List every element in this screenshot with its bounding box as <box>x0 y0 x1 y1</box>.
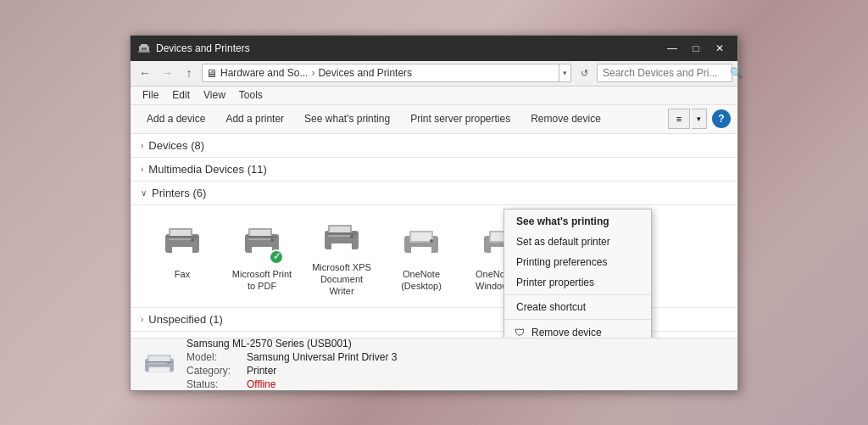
ctx-printing-prefs[interactable]: Printing preferences <box>504 252 651 272</box>
svg-rect-19 <box>331 243 352 250</box>
status-model-label: Model: <box>186 351 242 363</box>
search-input[interactable] <box>603 67 730 79</box>
fax-icon-wrap <box>160 221 204 265</box>
content-area: › Devices (8) › Multimedia Devices (11) … <box>131 134 737 338</box>
breadcrumb-part1: Hardware and So... <box>220 67 308 79</box>
status-printer-icon <box>142 347 176 381</box>
printer-xps[interactable]: Microsoft XPS Document Writer <box>303 214 380 299</box>
onenote-desktop-icon-wrap <box>399 221 443 265</box>
onenote-desktop-icon <box>401 224 442 261</box>
devices-title: Devices (8) <box>148 139 204 152</box>
svg-point-26 <box>430 239 433 243</box>
section-multimedia[interactable]: › Multimedia Devices (11) <box>131 158 737 182</box>
print-server-button[interactable]: Print server properties <box>401 108 520 130</box>
multimedia-chevron: › <box>141 165 143 174</box>
status-device-name: Samsung ML-2570 Series (USB001) <box>186 338 352 350</box>
unspecified-title: Unspecified (1) <box>148 313 222 326</box>
up-button[interactable]: ↑ <box>180 64 198 82</box>
window-title: Devices and Printers <box>156 42 661 54</box>
remove-device-toolbar-button[interactable]: Remove device <box>521 108 610 130</box>
minimize-button[interactable]: — <box>661 40 683 57</box>
svg-rect-15 <box>247 236 277 238</box>
fax-icon <box>162 224 203 261</box>
status-info: Samsung ML-2570 Series (USB001) Model: S… <box>186 338 397 390</box>
svg-point-8 <box>191 238 194 242</box>
section-devices[interactable]: › Devices (8) <box>131 134 737 158</box>
status-status-value: Offline <box>247 378 275 390</box>
xps-label: Microsoft XPS Document Writer <box>309 261 375 298</box>
view-button[interactable]: ≡ <box>668 109 690 129</box>
ctx-separator-2 <box>504 319 651 320</box>
see-printing-button[interactable]: See what's printing <box>295 108 399 130</box>
onenote-desktop-label: OneNote (Desktop) <box>388 268 454 293</box>
svg-rect-2 <box>142 48 147 50</box>
fax-label: Fax <box>175 268 190 280</box>
svg-point-20 <box>350 235 353 238</box>
main-window: Devices and Printers — □ ✕ ← → ↑ 🖥 Hardw… <box>130 35 738 391</box>
svg-rect-1 <box>141 44 147 48</box>
ctx-remove-device[interactable]: 🛡 Remove device <box>504 322 651 338</box>
breadcrumb-arrow: › <box>311 67 314 79</box>
menu-bar: File Edit View Tools <box>131 87 737 105</box>
status-status-label: Status: <box>186 378 242 390</box>
printers-chevron: ∨ <box>141 188 147 198</box>
default-badge: ✓ <box>269 249 284 265</box>
ctx-remove-device-label: Remove device <box>531 327 602 338</box>
status-device-name-row: Samsung ML-2570 Series (USB001) <box>186 338 397 350</box>
remove-device-icon: 🛡 <box>513 326 526 338</box>
status-status-row: Status: Offline <box>186 378 397 390</box>
printer-fax[interactable]: Fax <box>144 214 220 299</box>
svg-rect-7 <box>172 247 192 254</box>
address-dropdown-button[interactable]: ▾ <box>559 64 570 82</box>
xps-icon <box>321 221 362 258</box>
svg-rect-25 <box>411 247 431 253</box>
status-category-label: Category: <box>186 365 242 377</box>
forward-button[interactable]: → <box>158 64 176 82</box>
view-dropdown-button[interactable]: ▾ <box>692 109 707 129</box>
section-printers[interactable]: ∨ Printers (6) <box>131 182 737 205</box>
help-button[interactable]: ? <box>712 109 731 128</box>
ms-pdf-icon-wrap: ✓ <box>240 221 284 265</box>
printers-title: Printers (6) <box>152 187 206 199</box>
menu-tools[interactable]: Tools <box>232 86 270 104</box>
status-model-value: Samsung Universal Print Driver 3 <box>247 351 397 363</box>
title-bar: Devices and Printers — □ ✕ <box>131 36 737 61</box>
svg-rect-43 <box>147 361 173 363</box>
refresh-button[interactable]: ↺ <box>575 64 593 82</box>
svg-point-14 <box>270 238 274 242</box>
maximize-button[interactable]: □ <box>685 40 707 57</box>
ctx-printer-props[interactable]: Printer properties <box>504 272 651 293</box>
window-controls: — □ ✕ <box>661 40 731 57</box>
address-pc-icon: 🖥 <box>206 67 217 80</box>
devices-chevron: › <box>141 141 143 150</box>
ctx-set-default[interactable]: Set as default printer <box>504 232 651 252</box>
window-icon <box>137 42 151 55</box>
breadcrumb-part2: Devices and Printers <box>318 67 412 79</box>
svg-rect-24 <box>411 232 431 241</box>
toolbar: Add a device Add a printer See what's pr… <box>131 105 737 134</box>
search-box[interactable]: 🔍 <box>597 64 732 82</box>
ctx-create-shortcut[interactable]: Create shortcut <box>504 297 651 317</box>
status-category-row: Category: Printer <box>186 365 397 377</box>
menu-view[interactable]: View <box>197 86 232 104</box>
unspecified-chevron: › <box>141 315 143 324</box>
ms-pdf-label: Microsoft Print to PDF <box>229 268 295 293</box>
ctx-see-printing[interactable]: See what's printing <box>504 211 651 232</box>
address-box[interactable]: 🖥 Hardware and So... › Devices and Print… <box>202 64 571 82</box>
multimedia-title: Multimedia Devices (11) <box>148 163 266 176</box>
address-breadcrumb: Hardware and So... › Devices and Printer… <box>220 67 412 79</box>
status-model-row: Model: Samsung Universal Print Driver 3 <box>186 351 397 363</box>
add-printer-button[interactable]: Add a printer <box>216 108 293 130</box>
search-icon[interactable]: 🔍 <box>730 67 743 79</box>
svg-rect-9 <box>167 236 198 238</box>
close-button[interactable]: ✕ <box>709 40 731 57</box>
status-category-value: Printer <box>247 365 276 377</box>
svg-rect-41 <box>149 367 170 372</box>
printer-onenote-desktop[interactable]: OneNote (Desktop) <box>383 214 459 299</box>
menu-file[interactable]: File <box>136 86 165 104</box>
menu-edit[interactable]: Edit <box>165 86 197 104</box>
context-menu: See what's printing Set as default print… <box>504 209 652 338</box>
add-device-button[interactable]: Add a device <box>137 108 214 130</box>
printer-ms-pdf[interactable]: ✓ Microsoft Print to PDF <box>224 214 300 299</box>
back-button[interactable]: ← <box>136 64 154 82</box>
